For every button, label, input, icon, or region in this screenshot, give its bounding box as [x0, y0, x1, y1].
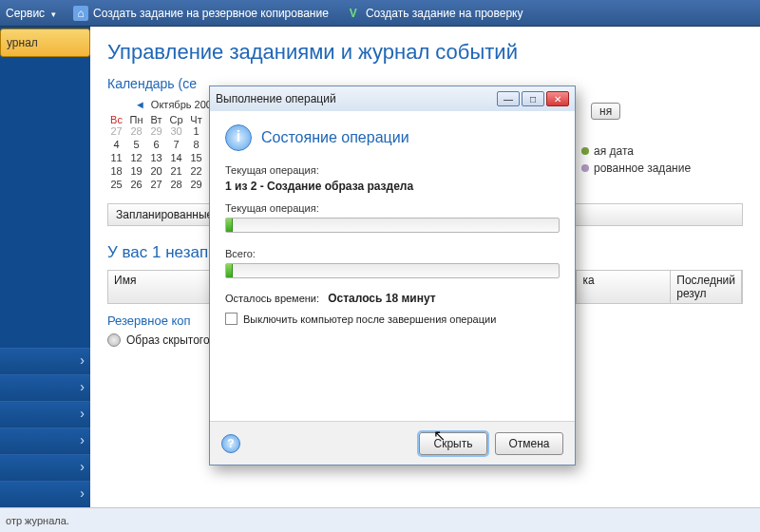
- sidebar-collapsed-item[interactable]: [0, 428, 90, 454]
- calendar-day[interactable]: 25: [107, 179, 125, 190]
- status-bar: отр журнала.: [0, 507, 760, 532]
- dialog-heading: Состояние операции: [261, 129, 409, 146]
- progress-total: [225, 263, 560, 278]
- calendar-day[interactable]: 4: [107, 139, 125, 150]
- calendar-day[interactable]: 26: [127, 179, 145, 190]
- calendar-day[interactable]: 20: [147, 165, 165, 177]
- calendar-day[interactable]: 7: [167, 139, 185, 150]
- col-ka[interactable]: ка: [577, 271, 671, 303]
- calendar-day[interactable]: 30: [167, 125, 185, 137]
- cancel-button[interactable]: Отмена: [495, 432, 563, 455]
- time-remaining-value: Осталось 18 минут: [328, 292, 435, 305]
- operations-dialog: Выполнение операций — □ ✕ Состояние опер…: [209, 86, 576, 466]
- maximize-button[interactable]: □: [522, 91, 544, 106]
- disk-icon: [107, 333, 121, 347]
- sidebar: урнал: [0, 27, 90, 507]
- dow: Пн: [127, 114, 145, 125]
- sidebar-item-journal[interactable]: урнал: [0, 28, 90, 57]
- sidebar-item-journal-label: урнал: [7, 36, 38, 49]
- calendar-day[interactable]: 29: [187, 179, 205, 190]
- meta-line-1: ая дата: [594, 144, 634, 158]
- dialog-footer: ? Скрыть Отмена: [210, 421, 575, 465]
- calendar-day[interactable]: 11: [107, 152, 125, 163]
- calendar-day[interactable]: 27: [107, 125, 125, 137]
- top-toolbar: Сервис ⌂ Создать задание на резервное ко…: [0, 0, 760, 27]
- shutdown-checkbox-label: Выключить компьютер после завершения опе…: [243, 314, 496, 325]
- menu-service[interactable]: Сервис: [6, 7, 56, 20]
- progress-current-label: Текущая операция:: [225, 202, 560, 214]
- shutdown-checkbox-row[interactable]: Выключить компьютер после завершения опе…: [225, 313, 560, 325]
- time-remaining: Осталось времени: Осталось 18 минут: [225, 292, 560, 305]
- calendar-day[interactable]: 19: [127, 165, 145, 177]
- sidebar-collapsed-item[interactable]: [0, 481, 90, 507]
- calendar-day[interactable]: 14: [167, 152, 185, 163]
- current-op-label: Текущая операция:: [225, 164, 560, 176]
- page-title: Управление заданиями и журнал событий: [107, 40, 743, 65]
- calendar-day[interactable]: 21: [167, 165, 185, 177]
- meta-line-2: рованное задание: [594, 162, 691, 175]
- check-icon: V: [346, 6, 361, 21]
- task-row-label: Образ скрытого: [126, 333, 210, 347]
- sidebar-collapsed-item[interactable]: [0, 454, 90, 481]
- col-result[interactable]: Последний резул: [671, 271, 742, 303]
- progress-current: [225, 218, 560, 233]
- calendar-day[interactable]: 6: [147, 139, 165, 150]
- create-check-label: Создать задание на проверку: [366, 7, 523, 20]
- calendar-day[interactable]: 13: [147, 152, 165, 163]
- calendar-day[interactable]: 29: [147, 125, 165, 137]
- create-backup-label: Создать задание на резервное копирование: [93, 7, 329, 20]
- calendar-day[interactable]: 28: [127, 125, 145, 137]
- status-dot-icon: [581, 147, 589, 155]
- time-remaining-label: Осталось времени:: [225, 293, 319, 304]
- help-icon[interactable]: ?: [221, 434, 240, 453]
- calendar-day[interactable]: 5: [127, 139, 145, 150]
- dialog-body: Состояние операции Текущая операция: 1 и…: [210, 111, 575, 421]
- calendar-day[interactable]: 22: [187, 165, 205, 177]
- menu-service-label: Сервис: [6, 7, 45, 20]
- dow: Чт: [187, 114, 205, 125]
- current-op-value: 1 из 2 - Создание образа раздела: [225, 180, 560, 193]
- calendar-day[interactable]: 8: [187, 139, 205, 150]
- dialog-titlebar[interactable]: Выполнение операций — □ ✕: [210, 86, 575, 111]
- dialog-title: Выполнение операций: [216, 92, 497, 105]
- info-icon: [225, 124, 252, 151]
- create-check-task-button[interactable]: V Создать задание на проверку: [346, 6, 523, 21]
- minimize-button[interactable]: —: [497, 91, 520, 106]
- sidebar-collapsed-item[interactable]: [0, 374, 90, 401]
- hide-button[interactable]: Скрыть: [419, 432, 487, 455]
- dow: Вт: [147, 114, 165, 125]
- today-button[interactable]: ня: [591, 103, 620, 120]
- close-button[interactable]: ✕: [546, 91, 569, 106]
- status-dot-icon: [581, 164, 589, 172]
- sidebar-collapsed-item[interactable]: [0, 401, 90, 428]
- status-text: отр журнала.: [6, 515, 69, 526]
- dow: Ср: [167, 114, 185, 125]
- backup-icon: ⌂: [73, 6, 88, 21]
- progress-total-label: Всего:: [225, 248, 560, 259]
- calendar-day[interactable]: 28: [167, 179, 185, 190]
- calendar-day[interactable]: 1: [187, 125, 205, 137]
- calendar-day[interactable]: 27: [147, 179, 165, 190]
- calendar-month-label: Октябрь 2009: [151, 99, 218, 110]
- calendar-day[interactable]: 15: [187, 152, 205, 163]
- shutdown-checkbox[interactable]: [225, 313, 238, 325]
- dow: Вс: [107, 114, 125, 125]
- sidebar-collapsed-item[interactable]: [0, 348, 90, 374]
- create-backup-task-button[interactable]: ⌂ Создать задание на резервное копирован…: [73, 6, 329, 21]
- calendar-day[interactable]: 12: [127, 152, 145, 163]
- chevron-down-icon: [49, 7, 56, 20]
- calendar-day[interactable]: 18: [107, 165, 125, 177]
- calendar-prev-month[interactable]: ◄: [135, 99, 145, 110]
